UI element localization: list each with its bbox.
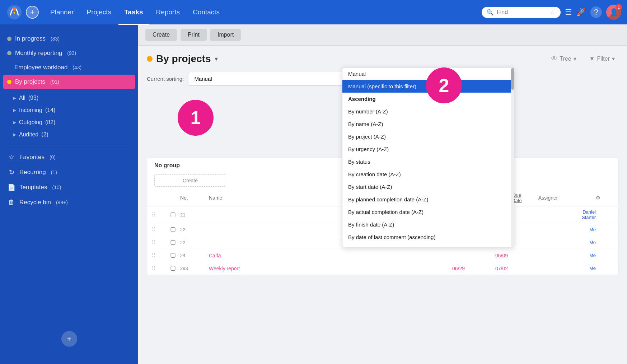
dot-by-projects	[7, 80, 11, 84]
sidebar-sub-outgoing[interactable]: ▶ Outgoing (82)	[0, 116, 138, 129]
filter-arrow-icon: ▾	[612, 55, 615, 62]
nav-add-button[interactable]: +	[26, 6, 39, 19]
import-button[interactable]: Import	[210, 29, 241, 41]
nav-contacts[interactable]: Contacts	[187, 5, 225, 19]
assignee[interactable]: Me	[538, 266, 596, 271]
assignee[interactable]: Me	[538, 227, 596, 232]
dropdown-item-by-start-date[interactable]: By start date (A-Z)	[342, 181, 514, 193]
row-checkbox[interactable]	[166, 253, 180, 258]
sidebar-label-recurring: Recurring	[19, 169, 46, 176]
sorting-select-container: ▲	[189, 72, 361, 86]
search-bar[interactable]: 🔍 ☆	[482, 7, 561, 18]
filter-button[interactable]: ▼ Filter ▾	[586, 53, 618, 64]
sidebar-sub-section: ▶ All (93) ▶ Incoming (14) ▶ Outgoing (8…	[0, 90, 138, 142]
dropdown-item-manual-specific[interactable]: Manual (specific to this filter)	[342, 80, 514, 93]
app-body: In progress (83) Monthly reporting (93) …	[0, 24, 627, 364]
app-logo[interactable]	[6, 4, 23, 21]
avatar-container: 👤 1	[606, 5, 621, 20]
sidebar-label-monthly: Monthly reporting	[15, 50, 62, 57]
sidebar-label-favorites: Favorites	[19, 154, 45, 161]
row-checkbox[interactable]	[166, 213, 180, 217]
dropdown-scrollbar[interactable]	[511, 67, 514, 247]
sidebar-item-in-progress[interactable]: In progress (83)	[0, 32, 138, 46]
dropdown-item-ascending-header[interactable]: Ascending	[342, 93, 514, 105]
scrollbar-thumb[interactable]	[511, 68, 514, 90]
dropdown-item-by-status[interactable]: By status	[342, 155, 514, 168]
task-name: Weekly report	[209, 266, 452, 271]
dropdown-list: ManualManual (specific to this filter)As…	[342, 67, 514, 247]
print-button[interactable]: Print	[181, 29, 207, 41]
drag-handle[interactable]: ⠿	[151, 265, 166, 272]
col-settings-icon[interactable]: ⚙	[596, 195, 614, 201]
dropdown-item-manual[interactable]: Manual	[342, 67, 514, 80]
recurring-icon: ↻	[7, 168, 16, 176]
sidebar-main-section: In progress (83) Monthly reporting (93) …	[0, 30, 138, 90]
sidebar-item-employee-workload[interactable]: Employee workload (43)	[0, 60, 138, 75]
sidebar-sub-incoming[interactable]: ▶ Incoming (14)	[0, 104, 138, 116]
sidebar-sub-all[interactable]: ▶ All (93)	[0, 92, 138, 104]
sidebar-sub-count-all: (93)	[28, 95, 38, 101]
sidebar-item-monthly-reporting[interactable]: Monthly reporting (93)	[0, 46, 138, 60]
sidebar-add-button[interactable]: +	[61, 331, 77, 347]
row-checkbox[interactable]	[166, 227, 180, 232]
sidebar-count-favorites: (0)	[50, 154, 56, 160]
dropdown-item-by-finish-date[interactable]: By finish date (A-Z)	[342, 218, 514, 231]
sidebar-count-employee: (43)	[72, 65, 81, 70]
help-icon[interactable]: ?	[590, 6, 602, 18]
col-number: No.	[180, 195, 209, 201]
tree-view-button[interactable]: 👁 Tree ▾	[547, 53, 580, 65]
title-dropdown-arrow[interactable]: ▾	[215, 55, 218, 63]
sidebar-sub-count-incoming: (14)	[45, 107, 55, 113]
dropdown-item-by-creation-date[interactable]: By creation date (A-Z)	[342, 168, 514, 181]
nav-planner[interactable]: Planner	[45, 5, 80, 19]
sidebar-count-by-projects: (91)	[50, 79, 59, 85]
sidebar-item-recycle-bin[interactable]: 🗑 Recycle bin (99+)	[0, 195, 138, 210]
nav-reports[interactable]: Reports	[150, 5, 186, 19]
eye-icon: 👁	[551, 55, 557, 62]
dropdown-item-by-urgency[interactable]: By urgency (A-Z)	[342, 143, 514, 155]
drag-handle[interactable]: ⠿	[151, 211, 166, 218]
row-number: 21	[180, 212, 209, 218]
dropdown-item-by-planned-completion[interactable]: By planned completion date (A-Z)	[342, 193, 514, 206]
nav-projects[interactable]: Projects	[81, 5, 117, 19]
page-title: By projects	[156, 53, 211, 65]
row-number: 293	[180, 266, 209, 271]
row-checkbox[interactable]	[166, 266, 180, 271]
sidebar-item-templates[interactable]: 📄 Templates (10)	[0, 180, 138, 195]
rocket-icon[interactable]: 🚀	[576, 8, 586, 17]
sidebar-label-by-projects: By projects	[15, 78, 45, 85]
drag-handle[interactable]: ⠿	[151, 239, 166, 246]
sidebar-sub-label-all: All	[19, 95, 25, 101]
nav-tasks[interactable]: Tasks	[118, 5, 149, 19]
dropdown-item-by-last-comment[interactable]: By date of last comment (ascending)	[342, 231, 514, 243]
drag-handle[interactable]: ⠿	[151, 252, 166, 259]
dropdown-item-by-name[interactable]: By name (A-Z)	[342, 118, 514, 130]
create-button[interactable]: Create	[145, 29, 177, 41]
due-date: 06/09	[495, 253, 538, 258]
drag-handle[interactable]: ⠿	[151, 226, 166, 233]
col-assigner[interactable]: Assigner	[538, 195, 596, 201]
sidebar-sub-label-incoming: Incoming	[19, 107, 42, 113]
sidebar-item-recurring[interactable]: ↻ Recurring (1)	[0, 165, 138, 180]
start-date: 06/29	[452, 266, 495, 271]
sorting-label: Current sorting:	[147, 76, 184, 82]
content-area: By projects ▾ 👁 Tree ▾ ▼ Filter ▾	[138, 46, 627, 283]
row-checkbox[interactable]	[166, 240, 180, 245]
create-task-button[interactable]: Create	[154, 174, 226, 187]
sidebar-item-favorites[interactable]: ☆ Favorites (0)	[0, 150, 138, 165]
search-input[interactable]	[497, 9, 547, 15]
assignee[interactable]: Me	[538, 253, 596, 258]
dropdown-item-by-last-change[interactable]: By date of last change (A-Z)	[342, 243, 514, 247]
dropdown-item-by-actual-completion[interactable]: By actual completion date (A-Z)	[342, 206, 514, 218]
arrow-outgoing: ▶	[13, 120, 16, 125]
assignee[interactable]: DanielStarter	[538, 209, 596, 220]
assignee[interactable]: Me	[538, 240, 596, 245]
dropdown-item-by-project[interactable]: By project (A-Z)	[342, 130, 514, 143]
sidebar-sub-audited[interactable]: ▶ Audited (2)	[0, 129, 138, 141]
sorting-select[interactable]	[189, 72, 361, 86]
sidebar-item-by-projects[interactable]: By projects (91)	[3, 75, 135, 89]
menu-icon[interactable]: ☰	[565, 8, 572, 17]
task-name: Carla	[209, 253, 452, 258]
star-icon: ☆	[550, 9, 555, 16]
dropdown-item-by-number[interactable]: By number (A-Z)	[342, 105, 514, 118]
